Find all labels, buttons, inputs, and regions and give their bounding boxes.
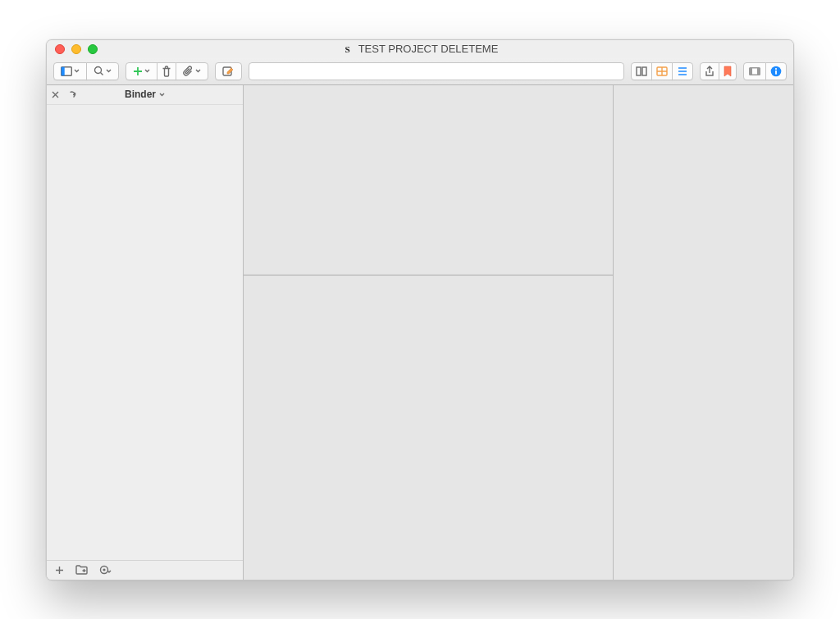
compose-icon	[222, 66, 235, 76]
bookmark-icon	[724, 66, 732, 77]
search-input[interactable]	[249, 62, 624, 80]
share-icon	[705, 66, 714, 77]
svg-rect-8	[752, 68, 757, 74]
editor-column	[244, 85, 613, 580]
svg-point-13	[103, 568, 105, 571]
chevron-down-icon	[74, 69, 80, 73]
chevron-down-icon	[159, 93, 165, 97]
share-button[interactable]	[700, 62, 719, 80]
paperclip-icon	[183, 66, 194, 77]
chevron-down-icon	[106, 69, 112, 73]
svg-rect-11	[775, 70, 777, 74]
editor-pane-bottom[interactable]	[244, 275, 613, 580]
info-icon	[770, 66, 782, 77]
window-title-text: TEST PROJECT DELETEME	[358, 43, 499, 55]
view-layout-button[interactable]	[53, 62, 87, 80]
binder-tree[interactable]	[47, 105, 243, 560]
layout-panels-icon	[61, 66, 72, 76]
outliner-icon	[677, 66, 688, 76]
window-body: Binder	[47, 85, 793, 580]
binder-header: Binder	[47, 85, 243, 105]
svg-rect-5	[642, 67, 646, 75]
add-folder-button[interactable]	[75, 565, 88, 575]
svg-point-2	[95, 67, 102, 74]
trash-button[interactable]	[157, 62, 176, 80]
add-document-button[interactable]	[55, 566, 64, 575]
view-corkboard-button[interactable]	[651, 62, 673, 80]
attach-button[interactable]	[176, 62, 208, 80]
binder-action-menu[interactable]	[99, 565, 112, 576]
svg-point-10	[775, 67, 777, 69]
view-document-button[interactable]	[631, 62, 652, 80]
corkboard-icon	[656, 66, 668, 76]
scrivenings-icon	[636, 66, 647, 76]
compose-button[interactable]	[215, 62, 242, 80]
toolbar	[47, 58, 793, 85]
inspector-toggle-button[interactable]	[765, 62, 787, 80]
svg-rect-4	[637, 67, 641, 75]
inspector-pane[interactable]	[613, 85, 793, 580]
binder-sidebar: Binder	[47, 85, 244, 580]
editor-pane-top[interactable]	[244, 85, 613, 275]
search-menu-button[interactable]	[86, 62, 119, 80]
svg-rect-1	[62, 66, 65, 75]
app-window: S TEST PROJECT DELETEME	[46, 39, 794, 580]
view-outliner-button[interactable]	[672, 62, 693, 80]
chevron-down-icon	[195, 69, 201, 73]
search-icon	[94, 66, 104, 76]
compose-mode-button[interactable]	[743, 62, 766, 80]
plus-icon	[133, 66, 143, 76]
scrivener-app-icon: S	[342, 43, 354, 55]
binder-title-text: Binder	[125, 89, 156, 100]
add-item-button[interactable]	[126, 62, 158, 80]
fullscreen-compose-icon	[748, 66, 761, 76]
trash-icon	[162, 66, 171, 77]
bookmark-button[interactable]	[719, 62, 737, 80]
main-area	[244, 85, 793, 580]
titlebar: S TEST PROJECT DELETEME	[47, 40, 793, 58]
chevron-down-icon	[144, 69, 150, 73]
binder-footer	[47, 560, 243, 580]
binder-title[interactable]: Binder	[47, 89, 243, 100]
window-title: S TEST PROJECT DELETEME	[47, 43, 793, 55]
